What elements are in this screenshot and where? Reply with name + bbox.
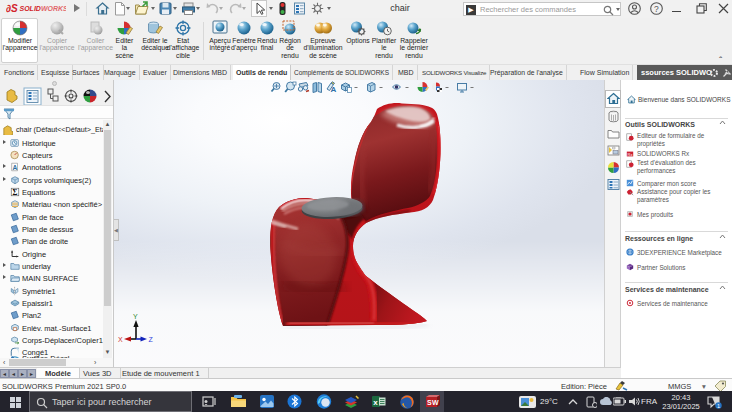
svg-text:Σ: Σ (13, 188, 18, 197)
svg-text:A: A (331, 85, 337, 94)
svg-text:A: A (13, 164, 18, 171)
svg-text:1: 1 (717, 403, 720, 409)
svg-text:Z: Z (149, 336, 154, 343)
svg-text:Y: Y (133, 313, 138, 320)
svg-text:∂S: ∂S (6, 3, 18, 14)
svg-text:SOLIDWORKS: SOLIDWORKS (20, 5, 67, 12)
svg-text:?: ? (654, 4, 659, 14)
svg-text:Rx: Rx (628, 152, 633, 157)
svg-text:X: X (118, 336, 123, 343)
svg-text:W: W (432, 399, 439, 406)
svg-text:x: x (373, 398, 378, 407)
